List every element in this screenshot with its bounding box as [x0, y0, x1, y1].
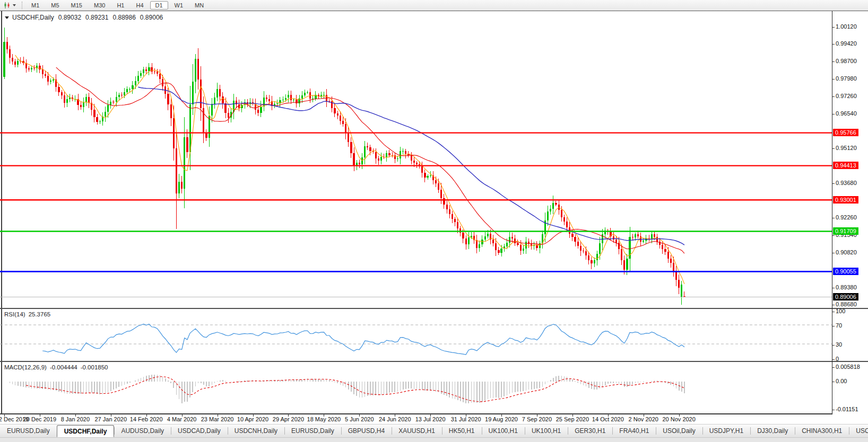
- candlestick-chart-icon: [3, 2, 11, 9]
- main-price-panel[interactable]: 1.001200.994200.987000.979800.972600.965…: [0, 11, 868, 308]
- axis-tick-mark: [832, 312, 835, 312]
- rsi-panel[interactable]: 10070300 RSI(14)25.3765: [0, 308, 868, 361]
- axis-tick-label: 0.00: [836, 378, 847, 384]
- tab-17-usoil-h1[interactable]: USOil,H1: [849, 425, 868, 437]
- candlestick-chart-canvas[interactable]: [0, 11, 832, 308]
- axis-tick-label: 0.90820: [836, 249, 857, 255]
- macd-chart-canvas[interactable]: [0, 362, 832, 415]
- price-axis[interactable]: 1.001200.994200.987000.979800.972600.965…: [832, 11, 868, 308]
- price-level-badge-0.93001: 0.93001: [833, 196, 858, 204]
- tab-14-usdjpy-h1[interactable]: USDJPY,H1: [702, 425, 750, 437]
- tab-16-china300-h1[interactable]: CHINA300,H1: [795, 425, 849, 437]
- axis-tick-label: 1.00120: [836, 23, 857, 30]
- axis-tick-mark: [832, 253, 835, 253]
- axis-tick-label: 0.92260: [836, 214, 857, 220]
- time-axis[interactable]: 2 Dec 201920 Dec 20198 Jan 202027 Jan 20…: [0, 414, 868, 424]
- chart-title: USDCHF,Daily 0.89032 0.89231 0.88986 0.8…: [5, 14, 163, 21]
- time-tick-label: 29 Apr 2020: [273, 416, 304, 422]
- axis-tick-label: 0.97260: [836, 93, 857, 99]
- time-tick-label: 4 Mar 2020: [167, 416, 197, 422]
- timeframe-toolbar: M1M5M15M30H1H4D1W1MN: [0, 0, 868, 11]
- timeframe-button-d1[interactable]: D1: [150, 1, 168, 10]
- tab-7-xauusd-h1[interactable]: XAUUSD,H1: [392, 425, 442, 437]
- timeframe-button-w1[interactable]: W1: [169, 1, 189, 10]
- timeframe-button-h4[interactable]: H4: [131, 1, 149, 10]
- tab-10-uk100-h1[interactable]: UK100,H1: [525, 425, 568, 437]
- time-tick-label: 14 Feb 2020: [130, 416, 163, 422]
- tab-15-dj30-daily[interactable]: DJ30,Daily: [750, 425, 795, 437]
- axis-tick-mark: [832, 305, 835, 305]
- axis-tick-mark: [832, 218, 835, 218]
- statusbar-strip: [0, 438, 868, 442]
- timeframe-button-m15[interactable]: M15: [66, 1, 88, 10]
- tab-8-hk50-h1[interactable]: HK50,H1: [442, 425, 482, 437]
- tab-2-audusd-daily[interactable]: AUDUSD,Daily: [114, 425, 171, 437]
- axis-tick-mark: [832, 183, 835, 184]
- macd-panel[interactable]: 0.0058180.00-0.01151 MACD(12,26,9)-0.004…: [0, 361, 868, 415]
- tab-6-gbpusd-h4[interactable]: GBPUSD,H4: [341, 425, 392, 437]
- axis-tick-label: 100: [836, 308, 845, 314]
- tab-0-eurusd-daily[interactable]: EURUSD,Daily: [0, 425, 57, 437]
- time-tick-label: 2 Nov 2020: [629, 416, 658, 422]
- tab-3-usdcad-daily[interactable]: USDCAD,Daily: [171, 425, 228, 437]
- time-tick-label: 20 Nov 2020: [662, 416, 695, 422]
- axis-tick-mark: [832, 96, 835, 97]
- ohlc-low: 0.88986: [112, 14, 135, 21]
- axis-tick-mark: [832, 79, 835, 79]
- tab-13-usoil-daily[interactable]: USOil,Daily: [656, 425, 702, 437]
- axis-tick-mark: [832, 345, 835, 346]
- axis-tick-mark: [832, 410, 835, 410]
- time-tick-label: 24 Jun 2020: [379, 416, 411, 422]
- timeframe-button-m30[interactable]: M30: [89, 1, 110, 10]
- time-tick-label: 7 Sep 2020: [522, 416, 552, 422]
- rsi-axis: 10070300: [832, 309, 868, 361]
- timeframe-button-m1[interactable]: M1: [26, 1, 45, 10]
- tab-5-eurusd-daily[interactable]: EURUSD,Daily: [284, 425, 341, 437]
- price-level-badge-0.95766: 0.95766: [833, 129, 858, 136]
- time-tick-label: 8 Jan 2020: [61, 416, 90, 422]
- time-tick-label: 27 Jan 2020: [95, 416, 127, 422]
- drawing-tools-button[interactable]: [0, 2, 19, 9]
- ohlc-open: 0.89032: [58, 14, 81, 21]
- timeframe-button-m5[interactable]: M5: [46, 1, 64, 10]
- axis-tick-label: 0.005818: [836, 364, 860, 370]
- toolbar-separator: [22, 2, 23, 9]
- ohlc-high: 0.89231: [85, 14, 108, 21]
- axis-tick-label: 0.98700: [836, 58, 857, 64]
- ohlc-close: 0.89006: [140, 14, 163, 21]
- axis-tick-label: -0.01151: [836, 406, 858, 412]
- timeframe-buttons: M1M5M15M30H1H4D1W1MN: [25, 2, 210, 8]
- price-level-badge-0.94413: 0.94413: [833, 162, 858, 169]
- axis-tick-label: 0.95120: [836, 145, 857, 151]
- axis-tick-label: 0.99420: [836, 40, 857, 47]
- macd-signal-value: -0.001850: [81, 364, 108, 370]
- timeframe-button-h1[interactable]: H1: [111, 1, 129, 10]
- axis-tick-mark: [832, 288, 835, 288]
- time-tick-label: 10 Apr 2020: [237, 416, 268, 422]
- tab-12-fra40-h1[interactable]: FRA40,H1: [612, 425, 656, 437]
- rsi-value: 25.3765: [29, 311, 51, 317]
- moving-average-medium-line: [56, 67, 684, 253]
- rsi-chart-canvas[interactable]: [0, 309, 832, 361]
- tab-11-ger30-h1[interactable]: GER30,H1: [568, 425, 612, 437]
- chart-tabs-bar: EURUSD,DailyUSDCHF,DailyAUDUSD,DailyUSDC…: [0, 424, 868, 438]
- macd-main-value: -0.004444: [50, 364, 77, 370]
- axis-tick-label: 0.97980: [836, 75, 857, 82]
- chevron-down-icon: [13, 4, 16, 6]
- price-level-badge-0.91709: 0.91709: [833, 227, 858, 235]
- moving-average-fast-line: [15, 55, 684, 284]
- chart-window[interactable]: 1.001200.994200.987000.979800.972600.965…: [0, 11, 868, 414]
- timeframe-button-mn[interactable]: MN: [189, 1, 209, 10]
- time-tick-label: 20 Dec 2019: [23, 416, 56, 422]
- time-tick-label: 31 Jul 2020: [451, 416, 481, 422]
- macd-histogram: [10, 375, 684, 403]
- tab-4-usdcnh-daily[interactable]: USDCNH,Daily: [228, 425, 284, 437]
- tab-1-usdchf-daily[interactable]: USDCHF,Daily: [57, 425, 115, 437]
- tab-9-uk100-h1[interactable]: UK100,H1: [482, 425, 525, 437]
- axis-tick-label: 0.88680: [836, 301, 857, 307]
- time-tick-label: 14 Oct 2020: [592, 416, 624, 422]
- axis-tick-mark: [832, 367, 835, 368]
- macd-name: MACD(12,26,9): [4, 364, 47, 370]
- axis-tick-label: 0.89380: [836, 284, 857, 290]
- rsi-name: RSI(14): [4, 311, 25, 317]
